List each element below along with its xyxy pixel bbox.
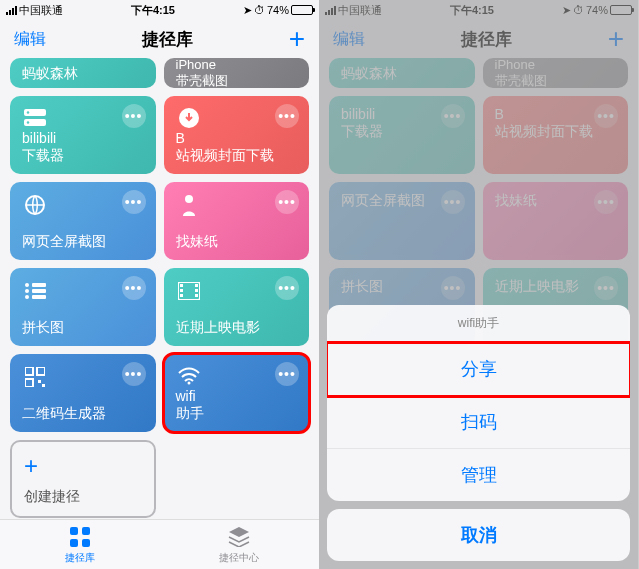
tab-library[interactable]: 捷径库: [0, 520, 160, 569]
svg-rect-14: [180, 284, 183, 287]
layers-icon: [227, 525, 251, 549]
card-movies[interactable]: ••• 近期上映电影: [164, 268, 310, 346]
carrier-label: 中国联通: [19, 3, 63, 18]
tab-center[interactable]: 捷径中心: [160, 520, 320, 569]
svg-rect-10: [32, 289, 46, 293]
svg-point-7: [25, 283, 29, 287]
clock: 下午4:15: [131, 3, 175, 18]
page-title: 捷径库: [142, 28, 193, 51]
more-icon[interactable]: •••: [275, 190, 299, 214]
card-iphone-frame[interactable]: iPhone带壳截图: [164, 58, 310, 88]
edit-button[interactable]: 编辑: [14, 29, 46, 50]
svg-rect-27: [82, 527, 90, 535]
card-wifi-helper[interactable]: ••• wifi助手: [164, 354, 310, 432]
sheet-manage-button[interactable]: 管理: [327, 449, 630, 501]
svg-rect-29: [82, 539, 90, 547]
svg-rect-16: [180, 294, 183, 297]
svg-rect-18: [195, 289, 198, 292]
shortcut-grid: 蚂蚁森林 iPhone带壳截图 ••• bilibili下载器 ••• B站视频…: [0, 58, 319, 518]
svg-rect-20: [25, 367, 33, 375]
tab-bar: 捷径库 捷径中心: [0, 519, 319, 569]
qr-icon: [22, 364, 48, 390]
svg-rect-23: [38, 380, 41, 383]
svg-point-11: [25, 295, 29, 299]
battery-icon: [291, 5, 313, 15]
svg-point-25: [187, 382, 190, 385]
card-bilibili-dl[interactable]: ••• bilibili下载器: [10, 96, 156, 174]
signal-icon: [6, 6, 17, 15]
sheet-title: wifi助手: [327, 305, 630, 343]
more-icon[interactable]: •••: [122, 104, 146, 128]
location-icon: ➤: [243, 4, 252, 17]
add-button[interactable]: +: [289, 23, 305, 55]
sheet-share-button[interactable]: 分享: [327, 343, 630, 396]
globe-icon: [22, 192, 48, 218]
download-icon: [176, 106, 202, 130]
svg-rect-22: [25, 379, 33, 387]
card-long-image[interactable]: ••• 拼长图: [10, 268, 156, 346]
svg-rect-26: [70, 527, 78, 535]
svg-rect-19: [195, 294, 198, 297]
create-shortcut-card[interactable]: + 创建捷径: [10, 440, 156, 518]
more-icon[interactable]: •••: [122, 190, 146, 214]
nav-bar: 编辑 捷径库 +: [0, 20, 319, 58]
sheet-cancel-button[interactable]: 取消: [327, 509, 630, 561]
sheet-scan-button[interactable]: 扫码: [327, 396, 630, 449]
grid-icon: [68, 525, 92, 549]
list-icon: [22, 278, 48, 304]
phone-left: 中国联通 下午4:15 ➤ ⏱ 74% 编辑 捷径库 + 蚂蚁森林 iPhone…: [0, 0, 319, 569]
wifi-icon: [176, 364, 202, 388]
svg-rect-15: [180, 289, 183, 292]
card-b-cover-dl[interactable]: ••• B站视频封面下载: [164, 96, 310, 174]
battery-percent: 74%: [267, 4, 289, 16]
action-sheet: wifi助手 分享 扫码 管理 取消: [327, 305, 630, 569]
svg-point-9: [25, 289, 29, 293]
svg-rect-28: [70, 539, 78, 547]
svg-rect-21: [37, 367, 45, 375]
card-find-girl[interactable]: ••• 找妹纸: [164, 182, 310, 260]
svg-rect-24: [42, 384, 45, 387]
more-icon[interactable]: •••: [275, 362, 299, 386]
film-icon: [176, 278, 202, 304]
status-bar: 中国联通 下午4:15 ➤ ⏱ 74%: [0, 0, 319, 20]
more-icon[interactable]: •••: [275, 276, 299, 300]
more-icon[interactable]: •••: [122, 362, 146, 386]
alarm-icon: ⏱: [254, 4, 265, 16]
svg-point-2: [27, 112, 29, 114]
card-ant-forest[interactable]: 蚂蚁森林: [10, 58, 156, 88]
card-fullpage-shot[interactable]: ••• 网页全屏截图: [10, 182, 156, 260]
person-icon: [176, 192, 202, 218]
svg-point-3: [27, 122, 29, 124]
plus-icon: +: [24, 452, 142, 480]
svg-rect-12: [32, 295, 46, 299]
phone-right: 中国联通 下午4:15 ➤ ⏱ 74% 编辑 捷径库 + 蚂蚁森林 iPhone…: [319, 0, 638, 569]
card-qr-gen[interactable]: ••• 二维码生成器: [10, 354, 156, 432]
more-icon[interactable]: •••: [275, 104, 299, 128]
svg-rect-17: [195, 284, 198, 287]
server-icon: [22, 106, 48, 130]
more-icon[interactable]: •••: [122, 276, 146, 300]
svg-rect-8: [32, 283, 46, 287]
svg-point-6: [185, 195, 193, 203]
